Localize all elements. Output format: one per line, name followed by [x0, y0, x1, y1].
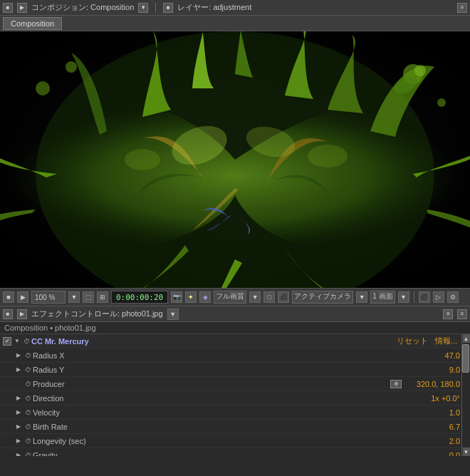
prop-row-producer: ▶ ⏱ Producer ⊕ 320.0, 180.0: [0, 377, 461, 391]
composition-tab[interactable]: Composition: [3, 17, 62, 30]
quality-select[interactable]: フル画質: [214, 291, 246, 304]
velocity-stopwatch-icon[interactable]: ⏱: [23, 408, 33, 418]
panel-icon-left[interactable]: ■: [3, 291, 14, 303]
velocity-value[interactable]: 1.0: [403, 408, 460, 417]
svg-point-5: [308, 145, 348, 167]
radius-y-stopwatch-icon[interactable]: ⏱: [23, 365, 33, 375]
producer-crosshair-icon[interactable]: ⊕: [390, 380, 402, 388]
panel-menu-icon[interactable]: ≡: [457, 3, 467, 13]
camera-label: アクティブカメラ: [294, 292, 351, 300]
fast-preview-icon[interactable]: ⬛: [419, 291, 430, 303]
velocity-label: Velocity: [33, 408, 403, 417]
title-divider: [155, 3, 156, 13]
camera-dropdown-icon[interactable]: ▼: [356, 291, 367, 303]
zoom-display[interactable]: 100 %: [31, 291, 66, 304]
quality-icon[interactable]: ◈: [199, 291, 211, 303]
longevity-expand-icon[interactable]: ▶: [14, 437, 23, 445]
toolbar-sep: [414, 291, 414, 303]
producer-value[interactable]: 320.0, 180.0: [403, 380, 460, 388]
prop-row-direction: ▶ ⏱ Direction 1x +0.0°: [0, 391, 461, 405]
svg-point-4: [125, 149, 160, 170]
fx-stopwatch-icon[interactable]: ⏱: [21, 336, 31, 346]
gravity-expand-icon[interactable]: ▶: [14, 451, 23, 457]
svg-point-9: [437, 98, 446, 107]
prop-row-radius-y: ▶ ⏱ Radius Y 9.0: [0, 363, 461, 377]
effect-panel: ■ ▶ エフェクトコントロール: photo01.jpg ▼ ✕ ≡ Compo…: [0, 306, 470, 456]
longevity-value[interactable]: 2.0: [403, 437, 460, 445]
scrollbar-right[interactable]: ▲ ▼: [461, 334, 470, 456]
producer-label: Producer: [33, 380, 390, 388]
panel-icon-2: ▶: [17, 3, 27, 13]
fit-icon[interactable]: ⬚: [83, 291, 94, 303]
direction-expand-icon[interactable]: ▶: [14, 394, 23, 403]
layer-panel-icon: ■: [163, 3, 173, 13]
prop-row-radius-x: ▶ ⏱ Radius X 47.0: [0, 348, 461, 363]
svg-point-10: [66, 61, 77, 73]
gravity-stopwatch-icon[interactable]: ⏱: [23, 450, 33, 457]
scroll-down-btn[interactable]: ▼: [463, 447, 470, 456]
prop-row-longevity: ▶ ⏱ Longevity (sec) 2.0: [0, 434, 461, 448]
screen-dropdown-icon[interactable]: ▼: [398, 291, 409, 303]
preview-area: [0, 31, 470, 288]
camera-icon[interactable]: 📷: [171, 291, 182, 303]
radius-x-expand-icon[interactable]: ▶: [14, 351, 23, 360]
effect-subtitle: Composition • photo01.jpg: [0, 322, 470, 334]
birth-rate-label: Birth Rate: [33, 423, 403, 431]
birth-rate-value[interactable]: 6.7: [403, 423, 460, 431]
transparency-icon[interactable]: □: [263, 291, 275, 303]
preview-canvas: [0, 31, 470, 288]
fx-main-row[interactable]: ✓ ▼ ⏱ CC Mr. Mercury リセット 情報...: [0, 334, 461, 348]
radius-x-stopwatch-icon[interactable]: ⏱: [23, 351, 33, 361]
scroll-thumb[interactable]: [462, 344, 469, 373]
comp-dropdown-icon[interactable]: ▼: [138, 3, 148, 13]
panel-content: ✓ ▼ ⏱ CC Mr. Mercury リセット 情報... ▶ ⏱ Radi…: [0, 334, 470, 456]
camera-select[interactable]: アクティブカメラ: [292, 291, 353, 304]
radius-x-value[interactable]: 47.0: [403, 351, 460, 360]
comp-tabbar: Composition: [0, 16, 470, 31]
export-icon[interactable]: ▷: [433, 291, 444, 303]
fx-expand-icon[interactable]: ▼: [13, 337, 21, 346]
quality-label: フル画質: [216, 292, 244, 300]
effect-panel-close[interactable]: ✕: [443, 309, 453, 319]
effect-title-dropdown[interactable]: ▼: [167, 309, 179, 320]
effect-panel-icon2: ▶: [17, 309, 27, 319]
gravity-value[interactable]: 0.0: [403, 451, 460, 457]
radius-y-label: Radius Y: [33, 366, 403, 374]
velocity-expand-icon[interactable]: ▶: [14, 408, 23, 417]
longevity-stopwatch-icon[interactable]: ⏱: [23, 436, 33, 446]
birth-rate-expand-icon[interactable]: ▶: [14, 423, 23, 431]
panel-icon-1: ■: [3, 3, 13, 13]
time-display[interactable]: 0:00:00:20: [111, 291, 168, 304]
birth-rate-stopwatch-icon[interactable]: ⏱: [23, 422, 33, 432]
zoom-dropdown-icon[interactable]: ▼: [68, 291, 80, 303]
effect-titlebar: ■ ▶ エフェクトコントロール: photo01.jpg ▼ ✕ ≡: [0, 306, 470, 322]
radius-y-value[interactable]: 9.0: [403, 366, 460, 374]
prop-row-velocity: ▶ ⏱ Velocity 1.0: [0, 405, 461, 420]
longevity-label: Longevity (sec): [33, 437, 403, 445]
producer-stopwatch-icon[interactable]: ⏱: [23, 379, 33, 389]
fx-reset-btn[interactable]: リセット: [397, 336, 428, 346]
fx-name: CC Mr. Mercury: [31, 337, 397, 346]
title-bar: ■ ▶ コンポジション: Composition ▼ ■ レイヤー: adjus…: [0, 0, 470, 16]
prop-row-gravity: ▶ ⏱ Gravity 0.0: [0, 448, 461, 456]
screen-label: 1 画面: [372, 292, 392, 300]
effect-panel-title: エフェクトコントロール: photo01.jpg: [31, 309, 163, 319]
quality-dropdown-icon[interactable]: ▼: [249, 291, 261, 303]
prop-row-birth-rate: ▶ ⏱ Birth Rate 6.7: [0, 420, 461, 434]
radius-y-expand-icon[interactable]: ▶: [14, 366, 23, 374]
time-value: 0:00:00:20: [116, 293, 163, 302]
fx-enable-checkbox[interactable]: ✓: [3, 337, 11, 346]
screen-select[interactable]: 1 画面: [370, 291, 395, 304]
direction-value[interactable]: 1x +0.0°: [403, 394, 460, 403]
grid-icon[interactable]: ⊞: [97, 291, 108, 303]
color-icon[interactable]: ✦: [185, 291, 197, 303]
fx-info-btn[interactable]: 情報...: [435, 336, 457, 346]
panel-icon-left2[interactable]: ▶: [17, 291, 28, 303]
svg-point-8: [36, 81, 50, 95]
pixel-aspect-icon[interactable]: ⬛: [278, 291, 289, 303]
scroll-up-btn[interactable]: ▲: [463, 334, 470, 343]
settings-icon[interactable]: ⚙: [447, 291, 459, 303]
direction-label: Direction: [33, 394, 403, 403]
effect-panel-menu[interactable]: ≡: [457, 309, 467, 319]
direction-stopwatch-icon[interactable]: ⏱: [23, 393, 33, 403]
